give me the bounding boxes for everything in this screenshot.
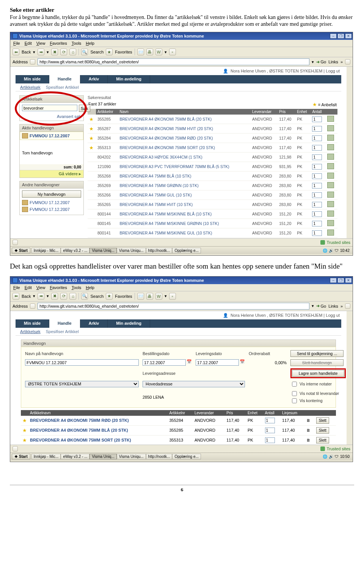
col-qty[interactable]: Antall [264, 410, 281, 416]
artno-cell[interactable]: 121090 [96, 162, 118, 171]
qty-input[interactable] [312, 173, 322, 179]
artno-cell[interactable]: 800140 [96, 238, 118, 239]
delete-line-button[interactable]: Slett [316, 427, 329, 434]
favorites-label[interactable]: Favorites [115, 294, 132, 299]
menu-help[interactable]: Help [86, 41, 94, 46]
print-icon[interactable]: 🖶 [146, 49, 153, 55]
menu-view[interactable]: View [36, 285, 46, 290]
add-to-cart-icon[interactable] [327, 192, 334, 198]
calendar-icon[interactable]: 📅 [187, 359, 192, 366]
menu-file[interactable]: File [13, 41, 20, 46]
menu-help[interactable]: Help [86, 285, 94, 290]
tab-minside[interactable]: Min side [16, 319, 49, 328]
history-icon[interactable]: 📨 [137, 49, 144, 55]
home-icon[interactable]: ⌂ [69, 293, 76, 300]
start-button[interactable]: ❖Start [12, 248, 30, 253]
maximize-button[interactable]: ❐ [337, 33, 344, 39]
address-dropdown-icon[interactable]: ▾ [312, 303, 314, 308]
word-icon[interactable]: W [155, 293, 162, 300]
start-button[interactable]: ❖Start [12, 454, 30, 459]
stop-icon[interactable]: ✖ [51, 293, 58, 300]
col-artno[interactable]: Artikkelnr [168, 410, 193, 416]
close-button[interactable]: ✕ [345, 278, 352, 283]
tab-minavdeling[interactable]: Min avdeling [108, 75, 150, 83]
favorites-label[interactable]: Favorites [115, 50, 132, 54]
artno-cell[interactable]: 800145 [96, 219, 118, 228]
artno-cell[interactable]: 355266 [96, 190, 118, 200]
qty-input[interactable] [312, 154, 322, 160]
tab-minside[interactable]: Min side [16, 75, 49, 83]
menu-file[interactable]: File [13, 285, 20, 290]
menu-favorites[interactable]: Favorites [50, 41, 67, 46]
col-artno[interactable]: Artikkelnr [96, 109, 118, 115]
artno-cell[interactable]: 804202 [96, 153, 118, 162]
back-icon[interactable]: ⬅ [13, 293, 19, 300]
add-to-cart-icon[interactable] [327, 135, 334, 141]
links-label[interactable]: Links [328, 304, 338, 308]
taskbar-task[interactable]: http://nootk... [146, 454, 173, 459]
name-cell[interactable]: BREVORDNER A4 ØKONOMI 75MM SORT (20 STK) [118, 143, 251, 153]
name-cell[interactable]: BREVORDNER A4 75MM HVIT (10 STK) [118, 200, 251, 209]
artno-cell[interactable]: 355265 [96, 200, 118, 209]
menu-view[interactable]: View [36, 41, 46, 46]
chk-internal[interactable] [292, 382, 297, 387]
logout-link[interactable]: Logg ut [326, 69, 340, 73]
taskbar-task[interactable]: eWay v3.2 - ... [61, 454, 89, 459]
save-as-list-button[interactable]: Lagre som handleliste [292, 370, 344, 377]
word-icon[interactable]: W [155, 49, 162, 55]
extra-icon[interactable]: ▫ [169, 293, 176, 300]
note-icon[interactable]: 🗎 [306, 438, 311, 442]
qty-input[interactable] [312, 183, 322, 189]
tab-arkiv[interactable]: Arkiv [80, 319, 108, 328]
qty-input[interactable] [312, 145, 322, 151]
tab-minavdeling[interactable]: Min avdeling [108, 319, 150, 328]
add-to-cart-icon[interactable] [327, 144, 334, 150]
go-further-button[interactable]: Gå videre ▸ [20, 170, 83, 178]
qty-input[interactable] [312, 126, 322, 132]
refresh-icon[interactable]: ⟳ [60, 293, 67, 300]
subtab-spesifiser[interactable]: Spesifiser Artikkel [46, 85, 79, 90]
col-name[interactable]: Artikkelnavn [28, 410, 168, 416]
menu-edit[interactable]: Edit [25, 41, 32, 46]
advanced-search-link[interactable]: Avansert søk [22, 114, 81, 119]
name-cell[interactable]: BREVORDNER A4 ØKONOMI 75MM SORT (20 STK) [28, 435, 168, 445]
menu-favorites[interactable]: Favorites [50, 285, 67, 290]
name-cell[interactable]: BREVORDNER A4 ØKONOMI 75MM BLÅ (20 STK) [28, 425, 168, 435]
subtab-artikkelsok[interactable]: Artikkelsøk [20, 85, 41, 90]
qty-input[interactable] [312, 116, 322, 122]
cartname-input[interactable] [25, 359, 139, 366]
menu-tools[interactable]: Tools [72, 41, 82, 46]
taskbar-task[interactable]: eWay v3.2 - ... [61, 248, 89, 253]
back-dropdown-icon[interactable]: ▾ [33, 294, 35, 299]
col-supplier[interactable]: Leverandør [193, 410, 225, 416]
tab-arkiv[interactable]: Arkiv [80, 75, 108, 83]
artno-cell[interactable]: 355269 [96, 181, 118, 190]
home-icon[interactable]: ⌂ [69, 49, 76, 55]
qty-input[interactable] [312, 211, 322, 217]
chk-accounting[interactable] [292, 398, 297, 403]
new-cart-button[interactable]: Ny handlevogn [22, 190, 81, 198]
calendar-icon[interactable]: 📅 [240, 359, 245, 366]
links-chevron-icon[interactable]: » [340, 60, 343, 64]
search-icon[interactable]: 🔍 [81, 293, 88, 300]
chk-supplier[interactable] [292, 391, 297, 396]
logout-link[interactable]: Logg ut [326, 313, 340, 318]
scrollbar-thumb[interactable] [347, 318, 353, 344]
qty-input[interactable] [265, 428, 275, 433]
taskbar-task[interactable]: Opplæring e... [172, 454, 201, 459]
qty-input[interactable] [312, 164, 322, 170]
forward-dropdown-icon[interactable]: ▾ [47, 294, 49, 299]
taskbar-task[interactable]: Visma Uniq... [89, 454, 116, 459]
delete-line-button[interactable]: Slett [316, 437, 329, 443]
tab-handle[interactable]: Handle [49, 75, 80, 83]
qty-input[interactable] [265, 418, 275, 423]
word-dropdown-icon[interactable]: ▾ [165, 50, 167, 55]
tray-icon[interactable]: 🛡 [335, 248, 339, 253]
forward-dropdown-icon[interactable]: ▾ [47, 50, 49, 55]
tray-icon[interactable]: 🛡 [335, 454, 339, 459]
name-cell[interactable]: BREVORDNER A3 PVC TVERRFORMAT 70MM BLÅ (… [118, 162, 251, 171]
artno-cell[interactable]: 355313 [96, 143, 118, 153]
note-icon[interactable]: 🗎 [306, 418, 311, 423]
qty-input[interactable] [312, 135, 322, 141]
col-linesum[interactable]: Linjesum [281, 410, 305, 416]
